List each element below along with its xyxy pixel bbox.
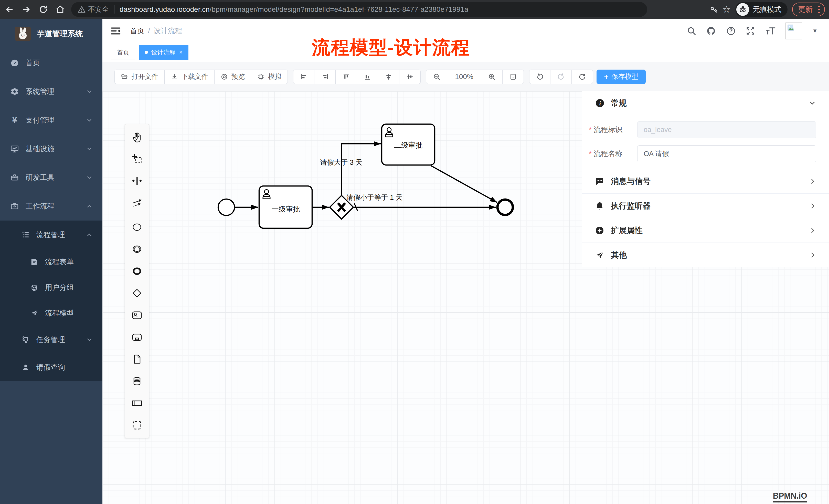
- sidebar-item-system[interactable]: 系统管理: [0, 77, 102, 106]
- github-icon[interactable]: [706, 26, 716, 36]
- bookmark-star-icon[interactable]: ☆: [722, 4, 731, 15]
- chevron-down-icon: [86, 337, 93, 343]
- zoom-in-button[interactable]: [481, 70, 503, 84]
- align-top-button[interactable]: [336, 70, 357, 84]
- monitor-icon: [10, 145, 19, 153]
- simulate-button[interactable]: 模拟: [251, 70, 288, 84]
- sidebar-item-workflow[interactable]: 工作流程: [0, 192, 102, 221]
- avatar-caret-icon[interactable]: ▼: [812, 28, 818, 34]
- required-mark: *: [589, 126, 592, 134]
- chevron-up-icon: [86, 232, 93, 238]
- search-icon[interactable]: [687, 26, 696, 36]
- user-task-level1[interactable]: 一级审批: [259, 186, 312, 228]
- browser-update-button[interactable]: 更新: [792, 3, 825, 16]
- sidebar-item-task-mgmt[interactable]: 任务管理: [0, 326, 102, 354]
- panel-section-messages[interactable]: 消息与信号: [582, 169, 829, 194]
- message-icon: [595, 177, 604, 186]
- sidebar-item-process-mgmt[interactable]: 流程管理: [0, 221, 102, 249]
- zoom-reset-button[interactable]: [503, 70, 524, 84]
- tab-design-process[interactable]: 设计流程 ×: [139, 45, 188, 60]
- fullscreen-icon[interactable]: [746, 26, 755, 36]
- address-bar[interactable]: 不安全 dashboard.yudao.iocoder.cn/bpm/manag…: [71, 2, 647, 17]
- align-center-h-button[interactable]: [378, 70, 399, 84]
- sidebar-toggle-icon[interactable]: [111, 26, 121, 36]
- password-key-icon[interactable]: [710, 5, 718, 14]
- task1-label: 一级审批: [272, 205, 300, 213]
- font-size-icon[interactable]: [765, 26, 776, 36]
- browser-home-icon[interactable]: [53, 2, 68, 17]
- sidebar-item-user-group[interactable]: 用户分组: [0, 275, 102, 300]
- chevron-down-icon: [808, 99, 816, 107]
- save-model-button[interactable]: + 保存模型: [597, 70, 646, 84]
- security-warning-icon: [78, 6, 85, 13]
- sidebar-item-devtools[interactable]: 研发工具: [0, 163, 102, 192]
- toolbox-icon: [10, 173, 19, 182]
- url-divider: [114, 5, 114, 13]
- browser-forward-icon[interactable]: [19, 2, 34, 17]
- panel-section-others[interactable]: 其他: [582, 243, 829, 267]
- open-file-button[interactable]: 打开文件: [114, 70, 165, 84]
- tab-home[interactable]: 首页: [111, 45, 135, 60]
- sidebar-item-process-model[interactable]: 流程模型: [0, 300, 102, 326]
- end-event[interactable]: [498, 200, 513, 215]
- restart-button[interactable]: [572, 70, 593, 84]
- svg-text:i: i: [599, 100, 601, 107]
- breadcrumb-home[interactable]: 首页: [130, 26, 144, 36]
- avatar[interactable]: [786, 23, 802, 39]
- app-logo[interactable]: 芋道管理系统: [0, 19, 102, 49]
- process-name-input[interactable]: [637, 145, 816, 162]
- properties-panel: i 常规 * 流程标识 * 流: [582, 91, 829, 504]
- preview-eye-icon: [221, 73, 228, 80]
- download-file-button[interactable]: 下载文件: [165, 70, 215, 84]
- gear-icon: [10, 87, 19, 96]
- align-right-button[interactable]: [314, 70, 336, 84]
- tab-close-icon[interactable]: ×: [179, 49, 183, 56]
- bpmn-io-logo[interactable]: BPMN.iO: [773, 491, 807, 502]
- help-icon[interactable]: [726, 26, 736, 36]
- plus-icon: +: [604, 72, 609, 81]
- align-bottom-button[interactable]: [357, 70, 378, 84]
- panel-section-listeners[interactable]: 执行监听器: [582, 194, 829, 218]
- bpmn-canvas[interactable]: 一级审批: [102, 91, 829, 504]
- chip-icon: [257, 73, 264, 80]
- start-event[interactable]: [218, 199, 235, 216]
- undo-button[interactable]: [529, 70, 550, 84]
- flow-gateway-to-task2[interactable]: [341, 144, 381, 195]
- sidebar-item-process-form[interactable]: 流程表单: [0, 249, 102, 275]
- broken-image-icon: [788, 25, 795, 31]
- preview-button[interactable]: 预览: [215, 70, 251, 84]
- app-header: 首页 / 设计流程 ▼: [102, 19, 829, 43]
- sidebar-item-pay[interactable]: ¥ 支付管理: [0, 106, 102, 134]
- browser-menu-icon[interactable]: [818, 6, 820, 13]
- process-key-input[interactable]: [637, 121, 816, 138]
- sidebar: 芋道管理系统 首页 系统管理 ¥ 支付管理 基础设施: [0, 19, 102, 504]
- sidebar-item-infra[interactable]: 基础设施: [0, 134, 102, 163]
- robot-face-icon: [30, 283, 38, 292]
- sidebar-item-leave-query[interactable]: 请假查询: [0, 354, 102, 381]
- task2-label: 二级审批: [394, 141, 423, 149]
- sidebar-item-home[interactable]: 首页: [0, 49, 102, 77]
- align-left-button[interactable]: [293, 70, 314, 84]
- panel-section-general[interactable]: i 常规: [582, 91, 829, 115]
- user-icon: [22, 363, 30, 372]
- browser-reload-icon[interactable]: [36, 2, 51, 17]
- dashboard-icon: [10, 59, 19, 67]
- browser-back-icon[interactable]: [2, 2, 17, 17]
- align-center-v-button[interactable]: [399, 70, 421, 84]
- browser-toolbar: 不安全 dashboard.yudao.iocoder.cn/bpm/manag…: [0, 0, 829, 19]
- info-icon: i: [595, 98, 605, 108]
- user-task-level2[interactable]: 二级审批: [382, 124, 435, 165]
- condition-label-le: 请假小于等于 1 天: [347, 194, 402, 201]
- redo-button[interactable]: [550, 70, 572, 84]
- flow-task2-to-end[interactable]: [431, 166, 497, 202]
- incognito-icon: [736, 3, 749, 16]
- plus-circle-icon: [595, 226, 604, 235]
- chevron-down-icon: [86, 88, 93, 95]
- panel-section-extensions[interactable]: 扩展属性: [582, 218, 829, 243]
- download-icon: [171, 73, 178, 80]
- zoom-out-button[interactable]: [426, 70, 447, 84]
- process-name-label: 流程名称: [594, 149, 637, 159]
- form-doc-icon: [30, 258, 38, 266]
- tags-view: 首页 设计流程 ×: [102, 43, 829, 62]
- zoom-level: 100%: [447, 70, 481, 84]
